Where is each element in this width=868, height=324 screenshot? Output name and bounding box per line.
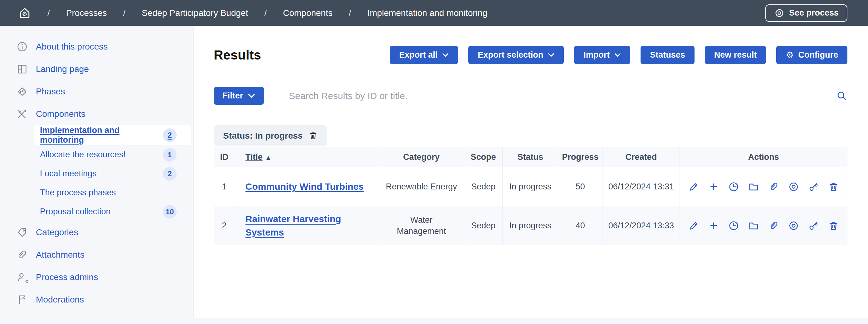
tools-icon [17, 108, 28, 120]
search-input[interactable] [289, 91, 836, 101]
trash-icon [308, 131, 318, 141]
sidebar-item-categories[interactable]: Categories [0, 221, 193, 244]
export-selection-button[interactable]: Export selection [468, 46, 564, 64]
paperclip-icon [17, 249, 28, 260]
footer-strip [0, 318, 868, 324]
export-all-button[interactable]: Export all [390, 46, 458, 64]
import-button[interactable]: Import [574, 46, 630, 64]
sidebar-subitem-implementation-and-monitoring[interactable]: Implementation and monitoring 2 [34, 125, 191, 145]
permissions-button[interactable] [808, 181, 819, 192]
attachments-button[interactable] [768, 181, 779, 192]
active-filter-label: Status: In progress [223, 131, 303, 141]
button-label: New result [714, 50, 757, 60]
cell-actions [680, 167, 847, 206]
sidebar-item-attachments[interactable]: Attachments [0, 244, 193, 266]
sidebar-item-landing-page[interactable]: Landing page [0, 58, 193, 80]
cell-id: 2 [214, 206, 235, 245]
cell-title: Community Wind Turbines [235, 167, 379, 206]
result-title-link[interactable]: Rainwater Harvesting Systems [246, 214, 341, 238]
button-label: Export all [399, 50, 437, 60]
sidebar-item-process-admins[interactable]: ⚙ Process admins [0, 266, 193, 288]
preview-button[interactable] [788, 181, 799, 192]
sidebar-item-components[interactable]: Components [0, 103, 193, 125]
breadcrumb-separator: / [123, 8, 126, 18]
sidebar-item-phases[interactable]: Phases [0, 80, 193, 103]
sidebar-subitem-proposal-collection[interactable]: Proposal collection 10 [34, 202, 191, 221]
paperclip-icon [768, 181, 779, 192]
sidebar-subitem-allocate-the-resources[interactable]: Allocate the resources! 1 [34, 145, 191, 164]
clock-icon [728, 220, 740, 231]
count-badge: 10 [163, 205, 177, 219]
breadcrumb-processes[interactable]: Processes [66, 8, 107, 18]
count-badge: 1 [163, 148, 177, 162]
components-sub-list: Implementation and monitoring 2 Allocate… [0, 125, 193, 221]
edit-button[interactable] [688, 181, 700, 192]
delete-button[interactable] [828, 220, 839, 231]
key-icon [808, 220, 819, 231]
projects-button[interactable] [748, 181, 760, 192]
filter-row: Filter [214, 87, 847, 105]
attachments-button[interactable] [768, 220, 779, 231]
remove-filter-button[interactable] [308, 131, 318, 141]
tag-icon [17, 227, 28, 238]
sidebar-subitem-local-meetings[interactable]: Local meetings 2 [34, 164, 191, 183]
filter-button[interactable]: Filter [214, 87, 264, 105]
preview-icon [788, 220, 799, 231]
page-title: Results [214, 46, 261, 64]
cell-status: In progress [503, 167, 558, 206]
timeline-button[interactable] [728, 181, 740, 192]
key-icon [808, 181, 819, 192]
delete-button[interactable] [828, 181, 839, 192]
new-result-button[interactable]: New result [705, 46, 766, 64]
count-badge: 2 [163, 167, 177, 181]
sidebar: About this process Landing page Pha [0, 26, 194, 318]
sidebar-item-about[interactable]: About this process [0, 36, 193, 58]
add-button[interactable] [708, 220, 719, 231]
sort-by-title-link[interactable]: Title [246, 152, 263, 162]
breadcrumb-components[interactable]: Components [283, 8, 333, 18]
sidebar-item-label: Process admins [36, 272, 98, 282]
preview-icon [788, 181, 799, 192]
edit-pencil-icon [688, 181, 700, 192]
edit-button[interactable] [688, 220, 700, 231]
cell-id: 1 [214, 167, 235, 206]
info-icon [17, 41, 28, 52]
add-button[interactable] [708, 181, 719, 192]
decidim-admin-results-page: ⚙ / Processes / Sedep Participatory Budg… [0, 0, 868, 324]
breadcrumb-separator: / [264, 8, 267, 18]
toolbar: Export all Export selection Import Statu… [390, 46, 847, 64]
breadcrumb-current-component[interactable]: Implementation and monitoring [368, 8, 487, 18]
sidebar-item-label: Components [36, 109, 86, 119]
count-badge: 2 [163, 128, 177, 142]
sidebar-item-moderations[interactable]: Moderations [0, 288, 193, 311]
see-process-button[interactable]: See process [765, 4, 847, 22]
permissions-button[interactable] [808, 220, 819, 231]
table-row: 2 Rainwater Harvesting Systems Water Man… [214, 206, 847, 245]
sidebar-subitem-label: Local meetings [40, 169, 97, 179]
paperclip-icon [768, 220, 779, 231]
cell-status: In progress [503, 206, 558, 245]
configure-button[interactable]: ⚙ Configure [776, 46, 847, 64]
preview-button[interactable] [788, 220, 799, 231]
search-icon [836, 90, 847, 102]
home-icon[interactable]: ⚙ [18, 6, 31, 20]
mini-gear-glyph: ⚙ [25, 280, 29, 284]
header-divider [214, 76, 847, 76]
search-button[interactable] [836, 90, 847, 102]
active-filter-chip: Status: In progress [214, 125, 327, 146]
trash-icon [828, 181, 839, 192]
projects-button[interactable] [748, 220, 760, 231]
chevron-down-icon [548, 53, 554, 57]
table-header-row: ID Title▲ Category Scope Status Progress… [214, 147, 847, 167]
edit-pencil-icon [688, 220, 700, 231]
cell-category: Water Management [379, 206, 464, 245]
home-gear-glyph: ⚙ [22, 11, 27, 17]
result-title-link[interactable]: Community Wind Turbines [246, 181, 364, 191]
column-header-id: ID [214, 147, 235, 167]
sidebar-item-label: Attachments [36, 250, 85, 260]
breadcrumb-process-name[interactable]: Sedep Participatory Budget [142, 8, 248, 18]
sidebar-subitem-label: Implementation and monitoring [40, 125, 163, 145]
statuses-button[interactable]: Statuses [641, 46, 694, 64]
timeline-button[interactable] [728, 220, 740, 231]
sidebar-subitem-the-process-phases[interactable]: The process phases [34, 183, 191, 202]
